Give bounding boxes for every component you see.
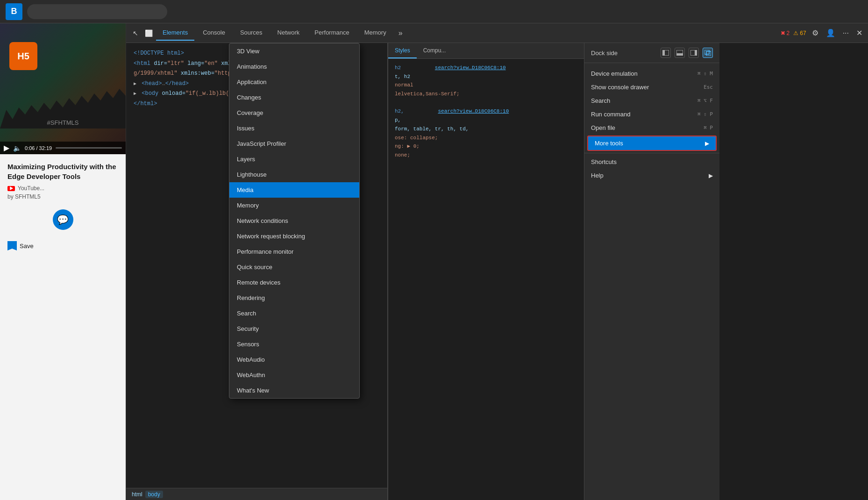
left-panel: H5 #SFHTMLS ▶ 🔈 0:06 / 32:19 Maximizing … (0, 23, 126, 500)
menu-changes[interactable]: Changes (229, 90, 359, 105)
warn-icon: ⚠ (793, 30, 798, 36)
dock-title: Dock side (591, 50, 618, 57)
menu-search[interactable]: Search ⌘ ⌥ F (584, 94, 719, 107)
svg-rect-5 (695, 50, 697, 56)
menu-coverage[interactable]: Coverage (229, 105, 359, 121)
devtools-body: <!DOCTYPE html> <html dir="ltr" lang="en… (126, 43, 868, 500)
svg-rect-1 (662, 50, 665, 56)
menu-webauthn[interactable]: WebAuthn (229, 367, 359, 383)
volume-button[interactable]: 🔈 (13, 144, 21, 152)
menu-media[interactable]: Media (229, 182, 359, 198)
menu-device-emulation[interactable]: Device emulation ⌘ ⇧ M (584, 67, 719, 80)
css-value-3: none; (395, 151, 577, 160)
menu-3d-view[interactable]: 3D View (229, 43, 359, 59)
video-info: Maximizing Productivity with the Edge De… (0, 154, 126, 500)
time-display: 0:06 / 32:19 (25, 145, 52, 151)
tab-elements[interactable]: Elements (156, 25, 194, 41)
menu-show-console[interactable]: Show console drawer Esc (584, 80, 719, 94)
tab-performance[interactable]: Performance (308, 25, 356, 41)
dock-separate-button[interactable] (703, 48, 713, 58)
video-controls[interactable]: ▶ 🔈 0:06 / 32:19 (0, 142, 126, 154)
menu-network-conditions[interactable]: Network conditions (229, 213, 359, 229)
overlay-text: #SFHTMLS (47, 119, 79, 126)
tab-memory[interactable]: Memory (358, 25, 393, 41)
css-props-1: t, h2 (395, 72, 577, 81)
inspect-icon[interactable]: ⬜ (143, 28, 154, 39)
css-props-3: lelvetica,Sans-Serif; (395, 90, 577, 99)
profile-icon[interactable]: 👤 (824, 27, 837, 39)
css-props-5: form, table, tr, th, td, (395, 125, 577, 134)
menu-security[interactable]: Security (229, 321, 359, 336)
menu-layers[interactable]: Layers (229, 151, 359, 167)
menu-javascript-profiler[interactable]: JavaScript Profiler (229, 136, 359, 151)
close-devtools-icon[interactable]: ✕ (854, 27, 864, 39)
tab-computed[interactable]: Compu... (417, 43, 453, 58)
menu-application[interactable]: Application (229, 74, 359, 90)
breadcrumb-body[interactable]: body (145, 491, 163, 498)
error-badge: ✖ 2 (781, 30, 790, 36)
dock-left-button[interactable] (661, 48, 671, 58)
menu-performance-monitor[interactable]: Performance monitor (229, 244, 359, 259)
video-title: Maximizing Productivity with the Edge De… (7, 162, 118, 181)
styles-content: h2 search?view…D18C06C8:10 t, h2 normal … (388, 59, 584, 164)
menu-shortcuts[interactable]: Shortcuts (584, 155, 719, 169)
css-props-4: p, (395, 116, 577, 125)
menu-quick-source[interactable]: Quick source (229, 259, 359, 275)
menu-sensors[interactable]: Sensors (229, 336, 359, 352)
menu-webaudio[interactable]: WebAudio (229, 352, 359, 367)
menu-whats-new[interactable]: What's New (229, 383, 359, 398)
save-icon (7, 241, 17, 250)
main-dropdown: Device emulation ⌘ ⇧ M Show console draw… (584, 63, 719, 184)
menu-help[interactable]: Help ▶ (584, 169, 719, 182)
svg-rect-6 (704, 50, 709, 54)
menu-remote-devices[interactable]: Remote devices (229, 275, 359, 290)
tab-console[interactable]: Console (196, 25, 232, 41)
more-tabs-button[interactable]: » (395, 27, 406, 39)
save-button[interactable]: Save (7, 239, 118, 252)
menu-run-command[interactable]: Run command ⌘ ⇧ P (584, 107, 719, 121)
video-player[interactable]: H5 #SFHTMLS ▶ 🔈 0:06 / 32:19 (0, 23, 126, 154)
browser-toolbar: B (0, 0, 868, 23)
styles-panel: Styles Compu... h2 search?view…D18C06C8:… (388, 43, 584, 500)
cursor-icon[interactable]: ↖ (130, 28, 141, 39)
more-options-icon[interactable]: ··· (841, 27, 851, 39)
error-icon: ✖ (781, 30, 785, 36)
menu-search[interactable]: Search (229, 306, 359, 321)
devtools-panel: ↖ ⬜ Elements Console Sources Network Per… (126, 23, 868, 500)
css-value-2: ng: ▶ 0; (395, 142, 577, 151)
youtube-icon (7, 186, 15, 191)
chat-button[interactable]: 💬 (53, 209, 73, 230)
menu-lighthouse[interactable]: Lighthouse (229, 167, 359, 182)
warn-badge: ⚠ 67 (793, 30, 806, 36)
dock-right-button[interactable] (689, 48, 699, 58)
css-rule-2: h2, search?view…D18C06C8:10 (395, 107, 577, 116)
video-source: YouTube... (7, 185, 118, 192)
css-rule-1: h2 search?view…D18C06C8:10 (395, 64, 577, 72)
tab-sources[interactable]: Sources (234, 25, 269, 41)
menu-network-request-blocking[interactable]: Network request blocking (229, 229, 359, 244)
video-thumbnail: H5 #SFHTMLS (0, 23, 126, 154)
menu-animations[interactable]: Animations (229, 59, 359, 74)
toolbar-right: ✖ 2 ⚠ 67 ⚙ 👤 ··· ✕ (781, 27, 864, 39)
menu-memory[interactable]: Memory (229, 198, 359, 213)
styles-toolbar: Styles Compu... (388, 43, 584, 59)
video-channel: by SFHTML5 (7, 193, 118, 200)
dock-panel: Dock side (584, 43, 719, 500)
progress-bar[interactable] (56, 147, 122, 149)
menu-issues[interactable]: Issues (229, 121, 359, 136)
tab-styles[interactable]: Styles (388, 43, 417, 58)
dock-header: Dock side (584, 43, 719, 63)
breadcrumb-html[interactable]: html (132, 491, 142, 498)
settings-icon[interactable]: ⚙ (810, 27, 820, 39)
main-content: H5 #SFHTMLS ▶ 🔈 0:06 / 32:19 Maximizing … (0, 23, 868, 500)
address-bar[interactable] (27, 4, 167, 19)
menu-more-tools[interactable]: More tools ▶ (587, 136, 717, 151)
play-button[interactable]: ▶ (4, 143, 9, 152)
breadcrumb: html body (126, 488, 387, 500)
more-tools-menu[interactable]: 3D View Animations Application Changes C… (229, 43, 360, 399)
menu-rendering[interactable]: Rendering (229, 290, 359, 306)
menu-open-file[interactable]: Open file ⌘ P (584, 121, 719, 135)
svg-rect-3 (676, 53, 683, 56)
dock-bottom-button[interactable] (675, 48, 685, 58)
tab-network[interactable]: Network (271, 25, 306, 41)
